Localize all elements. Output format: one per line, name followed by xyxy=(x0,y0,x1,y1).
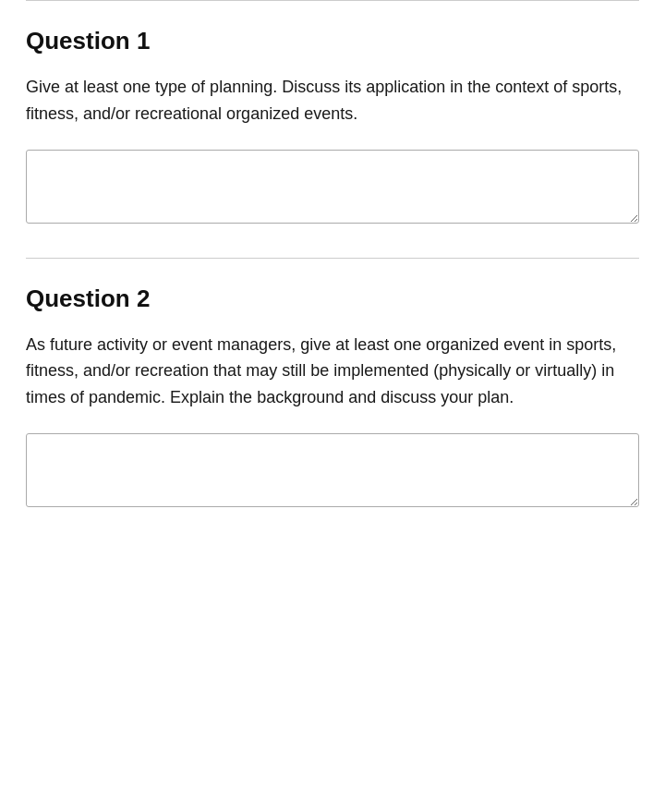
question-1-block: Question 1 Give at least one type of pla… xyxy=(26,1,639,228)
question-1-title: Question 1 xyxy=(26,27,639,55)
question-2-title: Question 2 xyxy=(26,285,639,313)
question-2-text: As future activity or event managers, gi… xyxy=(26,332,639,411)
question-1-answer-input[interactable] xyxy=(26,150,639,224)
question-2-block: Question 2 As future activity or event m… xyxy=(26,259,639,538)
page-container: Question 1 Give at least one type of pla… xyxy=(0,0,665,538)
question-1-text: Give at least one type of planning. Disc… xyxy=(26,74,639,127)
question-2-answer-input[interactable] xyxy=(26,433,639,507)
